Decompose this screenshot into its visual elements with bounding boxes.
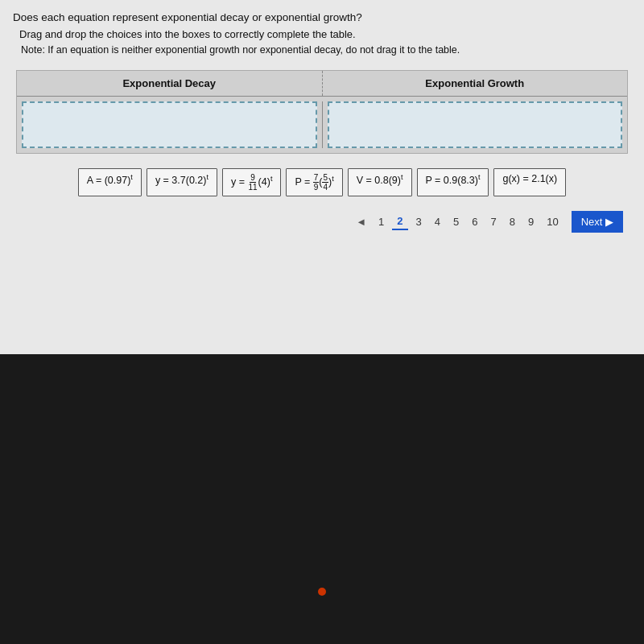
choice-5[interactable]: V = 0.8(9)t — [348, 168, 412, 196]
choice-3[interactable]: y = 911(4)t — [222, 168, 281, 196]
keyboard-indicator — [318, 588, 326, 596]
page-1[interactable]: 1 — [374, 214, 389, 229]
page-5[interactable]: 5 — [448, 214, 464, 229]
choice-2[interactable]: y = 3.7(0.2)t — [147, 168, 217, 196]
growth-header: Exponential Growth — [323, 71, 628, 96]
question-text: Does each equation represent exponential… — [13, 11, 631, 23]
page-4[interactable]: 4 — [430, 214, 445, 229]
table-headers: Exponential Decay Exponential Growth — [17, 71, 627, 97]
page-8[interactable]: 8 — [505, 214, 520, 229]
note-text: Note: If an equation is neither exponent… — [13, 44, 631, 56]
choice-1[interactable]: A = (0.97)t — [78, 168, 142, 196]
page-9[interactable]: 9 — [523, 214, 539, 229]
prev-arrow[interactable]: ◄ — [352, 214, 370, 229]
choices-row: A = (0.97)t y = 3.7(0.2)t y = 911(4)t P … — [13, 168, 631, 196]
dark-area — [0, 354, 644, 644]
decay-drop-zone[interactable] — [22, 101, 317, 148]
page-6[interactable]: 6 — [467, 214, 482, 229]
table-body — [17, 97, 627, 153]
choice-6[interactable]: P = 0.9(8.3)t — [417, 168, 489, 196]
table-divider — [322, 101, 323, 148]
page-2[interactable]: 2 — [392, 213, 407, 230]
choice-7[interactable]: g(x) = 2.1(x) — [493, 168, 566, 196]
choice-4[interactable]: P = 79(54)t — [286, 168, 342, 196]
content-area: Does each equation represent exponential… — [0, 0, 644, 354]
decay-header: Exponential Decay — [17, 71, 323, 96]
growth-drop-zone[interactable] — [328, 101, 623, 148]
page-3[interactable]: 3 — [411, 214, 427, 229]
page-10[interactable]: 10 — [542, 214, 563, 229]
instruction-text: Drag and drop the choices into the boxes… — [13, 28, 631, 40]
page-7[interactable]: 7 — [485, 214, 501, 229]
next-button[interactable]: Next ▶ — [572, 211, 623, 233]
classification-table: Exponential Decay Exponential Growth — [16, 70, 628, 154]
pagination-row: ◄ 1 2 3 4 5 6 7 8 9 10 Next ▶ — [13, 211, 631, 233]
